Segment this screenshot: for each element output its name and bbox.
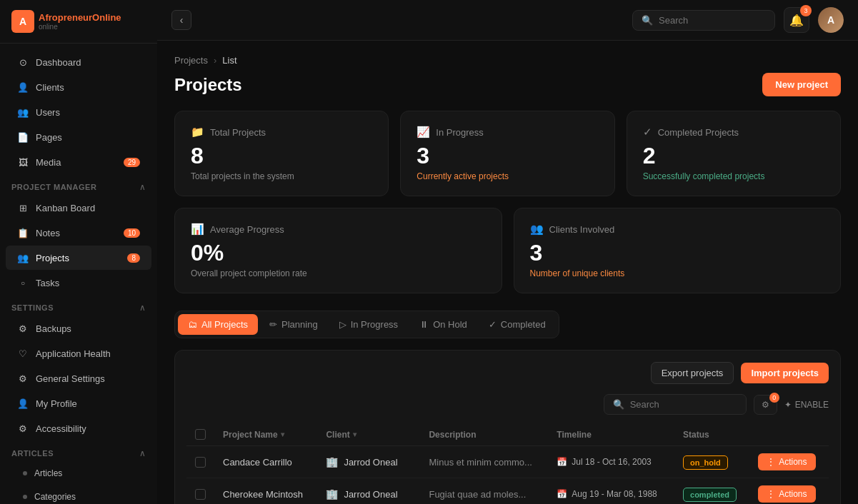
table-row: Candace Carrillo 🏢 Jarrod Oneal Minus et…	[186, 446, 829, 478]
sidebar-item-accessibility[interactable]: ⚙ Accessibility	[6, 416, 151, 440]
topbar: ‹ 🔍 🔔 3 A	[157, 0, 858, 41]
sidebar-toggle-button[interactable]: ‹	[171, 10, 191, 30]
categories-dot-icon	[23, 495, 27, 499]
tab-on-hold[interactable]: ⏸ On Hold	[409, 314, 477, 335]
notifications-button[interactable]: 🔔 3	[784, 7, 809, 33]
settings-section-collapse[interactable]: ∧	[139, 303, 146, 313]
clients-involved-label: Clients Involved	[549, 224, 615, 235]
stat-in-progress: 📈 In Progress 3 Currently active project…	[400, 111, 614, 196]
media-icon: 🖼	[17, 156, 29, 168]
sidebar-item-dashboard[interactable]: ⊙ Dashboard	[6, 50, 151, 74]
tab-planning[interactable]: ✏ Planning	[259, 314, 328, 335]
notes-badge: 10	[124, 228, 140, 238]
in-progress-label: In Progress	[436, 127, 483, 138]
sidebar-item-profile[interactable]: 👤 My Profile	[6, 391, 151, 415]
sidebar-item-label: Clients	[36, 82, 64, 93]
media-badge: 29	[124, 158, 140, 167]
select-all-checkbox[interactable]	[195, 429, 206, 440]
cell-project-name: Candace Carrillo	[214, 446, 317, 478]
cell-description: Fugiat quae ad moles...	[420, 478, 548, 505]
sidebar-item-clients[interactable]: 👤 Clients	[6, 75, 151, 99]
cell-client: 🏢 Jarrod Oneal	[326, 488, 411, 500]
row-checkbox-0[interactable]	[195, 457, 206, 468]
breadcrumb-parent[interactable]: Projects	[174, 55, 208, 66]
sidebar-item-label: Categories	[34, 492, 76, 502]
sidebar-logo: A AfropreneurOnline online	[0, 0, 157, 44]
sidebar-item-pages[interactable]: 📄 Pages	[6, 125, 151, 149]
status-badge: completed	[683, 488, 737, 502]
accessibility-icon: ⚙	[17, 423, 29, 434]
col-client[interactable]: Client ▾	[326, 430, 411, 440]
sidebar-item-categories[interactable]: Categories	[6, 485, 151, 504]
tab-all-projects[interactable]: 🗂 All Projects	[178, 314, 258, 335]
avg-progress-desc: Overall project completion rate	[191, 268, 486, 278]
client-icon: 🏢	[326, 488, 338, 500]
total-projects-value: 8	[191, 144, 372, 167]
clients-icon: 👤	[17, 81, 29, 93]
sidebar-item-app-health[interactable]: ♡ Application Health	[6, 341, 151, 366]
stat-total-projects: 📁 Total Projects 8 Total projects in the…	[174, 111, 389, 196]
sidebar-item-label: Projects	[36, 253, 69, 263]
notification-badge: 3	[800, 5, 812, 16]
calendar-icon: 📅	[557, 457, 567, 467]
import-button[interactable]: Import projects	[741, 363, 829, 383]
avatar-image: A	[818, 7, 844, 33]
sidebar-item-label: Media	[36, 157, 61, 168]
avatar[interactable]: A	[818, 7, 844, 33]
sidebar-item-backups[interactable]: ⚙ Backups	[6, 316, 151, 341]
sidebar-item-notes[interactable]: 📋 Notes 10	[6, 221, 151, 245]
general-icon: ⚙	[17, 373, 29, 384]
enable-label: ENABLE	[795, 400, 829, 410]
page-title: Projects	[174, 75, 242, 95]
sidebar-item-users[interactable]: 👥 Users	[6, 100, 151, 124]
backups-icon: ⚙	[17, 323, 29, 334]
sidebar-item-label: Articles	[34, 468, 62, 478]
dashboard-icon: ⊙	[17, 56, 29, 68]
table-search-input[interactable]	[630, 399, 737, 410]
new-project-button[interactable]: New project	[762, 73, 841, 96]
actions-label: Actions	[779, 457, 807, 467]
page-content: Projects › List Projects New project 📁 T…	[157, 41, 858, 504]
col-client-label: Client	[326, 430, 349, 440]
clients-involved-desc: Number of unique clients	[530, 268, 825, 278]
sidebar-item-articles[interactable]: Articles	[6, 462, 151, 485]
tab-in-progress-label: In Progress	[351, 319, 398, 330]
avg-progress-label: Average Progress	[210, 224, 284, 235]
completed-desc: Successfully completed projects	[643, 171, 824, 181]
articles-section-collapse[interactable]: ∧	[139, 448, 146, 458]
sidebar-item-kanban[interactable]: ⊞ Kanban Board	[6, 196, 151, 220]
cell-client: 🏢 Jarrod Oneal	[326, 456, 411, 468]
total-projects-label: Total Projects	[210, 127, 266, 138]
pm-section-collapse[interactable]: ∧	[139, 182, 146, 192]
table-search-icon: 🔍	[613, 399, 624, 410]
tab-in-progress[interactable]: ▷ In Progress	[329, 314, 408, 335]
col-project-name[interactable]: Project Name ▾	[223, 430, 309, 440]
sidebar-item-projects[interactable]: 👥 Projects 8	[6, 246, 151, 270]
cell-project-name: Cherokee Mcintosh	[214, 478, 317, 505]
tab-completed[interactable]: ✓ Completed	[479, 314, 556, 335]
actions-button[interactable]: ⋮ Actions	[758, 453, 815, 470]
search-input[interactable]	[659, 15, 766, 26]
export-button[interactable]: Export projects	[651, 362, 734, 384]
sidebar-item-label: Notes	[36, 228, 60, 238]
stats-row-1: 📁 Total Projects 8 Total projects in the…	[174, 111, 841, 196]
total-projects-desc: Total projects in the system	[191, 171, 372, 181]
sidebar: A AfropreneurOnline online ⊙ Dashboard 👤…	[0, 0, 157, 504]
projects-table-area: Export projects Import projects 🔍 ⚙ 0 ✦ …	[174, 350, 841, 504]
project-tabs: 🗂 All Projects ✏ Planning ▷ In Progress …	[174, 311, 559, 338]
search-icon: 🔍	[642, 15, 653, 26]
col-project-name-label: Project Name	[223, 430, 278, 440]
sidebar-item-label: Kanban Board	[36, 203, 95, 213]
sidebar-item-label: Tasks	[36, 278, 59, 288]
actions-button[interactable]: ⋮ Actions	[758, 485, 815, 503]
sidebar-item-label: General Settings	[36, 373, 105, 384]
row-checkbox-1[interactable]	[195, 489, 206, 500]
table-search-box: 🔍	[604, 394, 747, 415]
enable-button[interactable]: ✦ ENABLE	[784, 400, 829, 410]
sidebar-item-tasks[interactable]: ○ Tasks	[6, 271, 151, 295]
sidebar-item-media[interactable]: 🖼 Media 29	[6, 150, 151, 174]
filter-button[interactable]: ⚙ 0	[754, 395, 777, 415]
sidebar-item-general[interactable]: ⚙ General Settings	[6, 366, 151, 390]
tab-all-label: All Projects	[201, 319, 248, 330]
sidebar-item-label: Pages	[36, 132, 62, 143]
